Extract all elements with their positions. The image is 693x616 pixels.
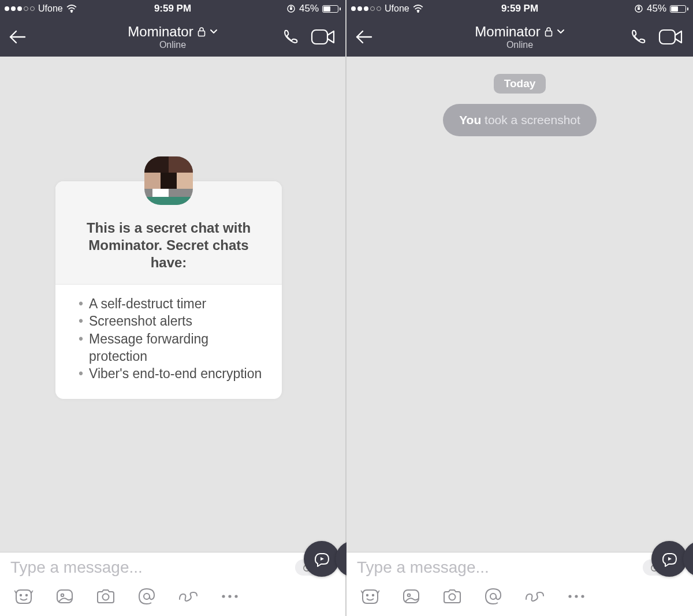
svg-point-13 [228,595,231,598]
doodle-icon[interactable] [524,589,545,604]
svg-rect-19 [660,30,675,44]
battery-pct: 45% [299,3,319,14]
battery-icon [670,5,688,13]
status-bar: Ufone 9:59 PM 45% [346,0,693,17]
voice-message-fab[interactable] [651,541,687,577]
svg-rect-4 [312,30,327,44]
camera-icon[interactable] [442,588,462,604]
message-input[interactable] [10,558,295,577]
battery-icon [322,5,341,13]
svg-point-7 [26,595,27,596]
status-bar: Ufone 9:59 PM 45% [0,0,345,17]
video-call-button[interactable] [658,28,683,46]
back-button[interactable] [5,24,30,50]
svg-point-12 [222,595,225,598]
svg-rect-18 [545,31,552,36]
message-input[interactable] [357,558,643,577]
svg-point-26 [490,593,496,599]
clock-label: 9:59 PM [154,3,191,14]
voice-message-fab[interactable] [304,541,340,577]
avatar [144,156,193,205]
svg-point-21 [367,595,368,596]
secret-chat-feature-list: A self-destruct timer Screenshot alerts … [55,285,282,399]
feature-item: Screenshot alerts [79,312,264,330]
signal-dots-icon [5,6,35,11]
voice-call-button[interactable] [282,28,299,46]
gallery-icon[interactable] [55,588,74,604]
lock-icon [544,27,553,37]
svg-point-15 [418,11,419,12]
svg-rect-2 [290,8,292,10]
doodle-icon[interactable] [178,589,199,604]
wifi-icon [66,5,77,13]
svg-point-11 [144,593,150,599]
event-actor: You [459,113,481,126]
screen-screenshot-alert: Ufone 9:59 PM 45% [346,0,693,616]
more-icon[interactable] [567,593,586,599]
svg-point-24 [408,594,411,597]
svg-rect-17 [638,8,640,10]
svg-point-0 [71,11,72,12]
screen-secret-chat-intro: Ufone 9:59 PM 45% [0,0,346,616]
chat-messages-area[interactable]: This is a secret chat with Mominator. Se… [0,57,345,552]
feature-item: Viber's end-to-end encryption [79,365,264,382]
signal-dots-icon [351,6,381,11]
rotation-lock-icon [634,4,643,13]
chat-title-text: Mominator [128,24,193,40]
secret-chat-info-card: This is a secret chat with Mominator. Se… [55,181,282,399]
chat-title[interactable]: Mominator [475,24,564,40]
gallery-icon[interactable] [402,588,420,604]
svg-point-25 [449,594,456,600]
svg-point-10 [103,594,109,600]
battery-pct: 45% [647,3,666,14]
feature-item: A self-destruct timer [79,295,264,312]
message-input-bar: 1m [0,552,345,616]
svg-point-9 [61,594,64,597]
date-separator: Today [494,74,546,94]
carrier-label: Ufone [38,3,63,14]
svg-point-14 [234,595,237,598]
more-icon[interactable] [221,593,239,599]
system-event-message: You took a screenshot [443,104,597,136]
chat-header: Mominator Online [0,17,345,57]
wifi-icon [413,5,423,13]
camera-icon[interactable] [96,588,116,604]
svg-point-27 [568,595,571,598]
chat-header: Mominator Online [346,17,693,57]
chevron-down-icon [557,29,565,35]
sticker-icon[interactable] [14,588,33,605]
svg-point-22 [372,595,374,596]
back-button[interactable] [351,24,377,50]
svg-point-28 [575,595,578,598]
event-action: took a screenshot [481,113,580,126]
clock-label: 9:59 PM [501,3,538,14]
chat-title[interactable]: Mominator [128,24,217,40]
chevron-down-icon [210,29,218,35]
lock-icon [197,27,206,37]
chat-messages-area[interactable]: Today You took a screenshot [346,57,693,552]
video-call-button[interactable] [311,28,335,46]
chat-title-text: Mominator [475,24,540,40]
svg-rect-3 [198,31,204,36]
mention-icon[interactable] [137,587,156,606]
carrier-label: Ufone [385,3,409,14]
mention-icon[interactable] [484,587,502,606]
voice-call-button[interactable] [629,28,647,46]
message-input-bar: 1m [346,552,693,616]
svg-point-29 [581,595,584,598]
svg-point-6 [20,595,21,596]
sticker-icon[interactable] [360,588,380,605]
rotation-lock-icon [286,4,296,13]
feature-item: Message forwarding protection [79,330,264,365]
